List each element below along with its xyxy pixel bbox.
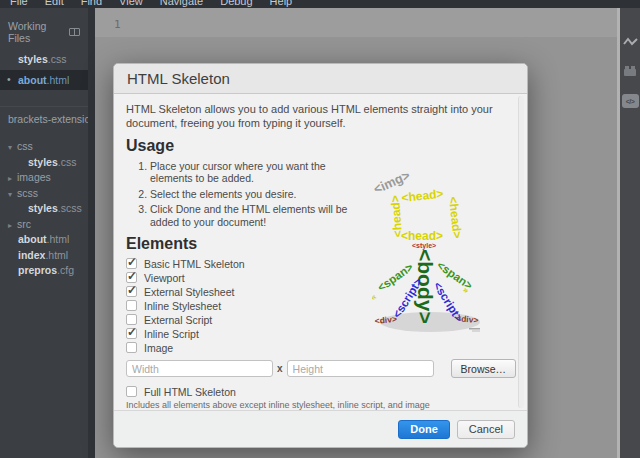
- menu-view[interactable]: View: [119, 0, 143, 3]
- usage-step: Select the elements you desire.: [150, 188, 371, 201]
- size-separator: x: [277, 363, 283, 374]
- dialog-body: HTML Skeleton allows you to add various …: [114, 94, 527, 411]
- checkbox-box[interactable]: [126, 258, 137, 269]
- menu-navigate[interactable]: Navigate: [160, 0, 203, 3]
- browse-button[interactable]: Browse…: [451, 359, 517, 378]
- tree-file-about-html[interactable]: about.html: [0, 232, 88, 248]
- tree-file-styles-css[interactable]: styles.css: [0, 155, 88, 171]
- tree-folder-css[interactable]: ▾css: [0, 139, 88, 155]
- svg-text:<head>: <head>: [401, 186, 444, 204]
- html-tags-stick-figure: <img> <head> <head> <head> <head> <style…: [372, 170, 492, 345]
- app-window: File Edit Find View Navigate Debug Help …: [0, 0, 640, 458]
- project-dropdown[interactable]: brackets-extensions: [0, 106, 88, 131]
- chevron-down-icon: ▾: [8, 187, 17, 203]
- working-files-header: Working Files: [0, 8, 88, 44]
- svg-text:<head>: <head>: [401, 229, 443, 243]
- line-number: 1: [114, 18, 121, 31]
- live-preview-icon[interactable]: [622, 34, 638, 48]
- checkbox-box[interactable]: [126, 272, 137, 283]
- checkbox-box[interactable]: [126, 300, 137, 311]
- usage-list: Place your cursor where you want the ele…: [126, 160, 371, 229]
- width-input[interactable]: [126, 360, 273, 377]
- menu-bar: File Edit Find View Navigate Debug Help: [0, 0, 640, 8]
- working-file-styles-css[interactable]: styles.css: [0, 50, 88, 68]
- extension-manager-brick-icon[interactable]: [622, 64, 638, 78]
- figure-watermark: [469, 328, 480, 330]
- tree-file-styles-scss[interactable]: styles.scss: [0, 201, 88, 217]
- menu-find[interactable]: Find: [81, 0, 102, 3]
- active-line: [95, 8, 617, 37]
- dialog-title: HTML Skeleton: [127, 70, 230, 87]
- working-file-about-html[interactable]: • about.html: [0, 70, 88, 90]
- html-skeleton-icon[interactable]: </>: [622, 94, 639, 108]
- full-skeleton-note: Includes all elements above except inlin…: [126, 400, 515, 410]
- menu-debug[interactable]: Debug: [220, 0, 252, 3]
- done-button[interactable]: Done: [398, 420, 450, 439]
- menu-file[interactable]: File: [10, 0, 28, 3]
- tree-folder-images[interactable]: ▸images: [0, 170, 88, 186]
- checkbox-box[interactable]: [126, 342, 137, 353]
- height-input[interactable]: [287, 360, 434, 377]
- image-size-row: x Browse…: [126, 359, 515, 378]
- usage-step: Click Done and the HTML elements will be…: [150, 203, 371, 228]
- full-skeleton-row: Full HTML Skeleton Includes all elements…: [126, 386, 515, 410]
- checkbox-full-html-skeleton[interactable]: Full HTML Skeleton: [126, 386, 515, 397]
- svg-text:<head>: <head>: [446, 196, 464, 239]
- dialog-scrollbar[interactable]: [518, 96, 524, 409]
- sidebar: Working Files styles.css • about.html br…: [0, 8, 95, 458]
- dialog-description: HTML Skeleton allows you to add various …: [126, 102, 518, 130]
- chevron-down-icon: ▾: [8, 140, 17, 156]
- checkbox-box[interactable]: [126, 314, 137, 325]
- menu-edit[interactable]: Edit: [45, 0, 64, 3]
- dialog-footer: Done Cancel: [114, 410, 527, 447]
- usage-heading: Usage: [126, 137, 515, 155]
- working-files-label: Working Files: [8, 20, 69, 44]
- cancel-button[interactable]: Cancel: [457, 420, 515, 439]
- tree-folder-scss[interactable]: ▾scss: [0, 186, 88, 202]
- chevron-right-icon: ▸: [8, 171, 17, 187]
- dialog-header: HTML Skeleton: [114, 64, 527, 94]
- html-skeleton-dialog: HTML Skeleton HTML Skeleton allows you t…: [113, 63, 528, 448]
- chevron-right-icon: ▸: [8, 218, 17, 234]
- menu-help[interactable]: Help: [270, 0, 293, 3]
- usage-step: Place your cursor where you want the ele…: [150, 160, 371, 185]
- tree-folder-src[interactable]: ▸src: [0, 217, 88, 233]
- file-tree: ▾css styles.css ▸images ▾scss styles.scs…: [0, 139, 88, 279]
- checkbox-box[interactable]: [126, 386, 137, 397]
- tree-file-index-html[interactable]: index.html: [0, 248, 88, 264]
- unsaved-dot-icon: •: [7, 73, 11, 85]
- figure-watermark: [472, 330, 480, 331]
- split-view-icon[interactable]: [69, 28, 80, 36]
- svg-text:«: «: [372, 291, 378, 302]
- checkbox-box[interactable]: [126, 328, 137, 339]
- right-toolbar: </>: [620, 8, 640, 458]
- tree-file-prepros-cfg[interactable]: prepros.cfg: [0, 263, 88, 279]
- checkbox-box[interactable]: [126, 286, 137, 297]
